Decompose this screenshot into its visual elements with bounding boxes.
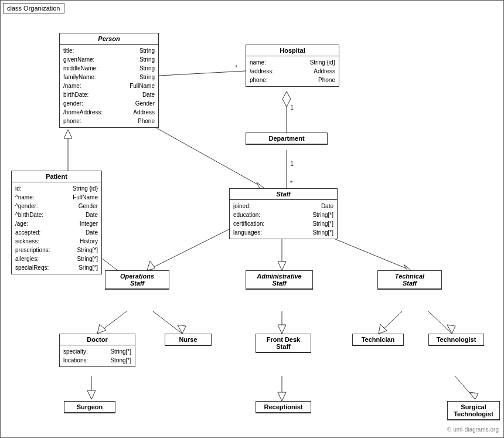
class-department: Department	[246, 133, 328, 145]
svg-marker-28	[278, 325, 286, 334]
svg-line-29	[379, 311, 402, 334]
class-technical-staff: TechnicalStaff	[377, 270, 442, 290]
svg-line-31	[428, 311, 452, 334]
class-surgical-technologist-header: SurgicalTechnologist	[448, 402, 499, 420]
svg-marker-24	[97, 324, 106, 334]
class-patient-header: Patient	[12, 171, 101, 182]
class-staff-header: Staff	[230, 189, 337, 200]
svg-marker-38	[469, 392, 478, 399]
class-front-desk-staff: Front DeskStaff	[256, 334, 311, 353]
diagram-container: class Organization * * 1 * 1 *	[0, 0, 504, 438]
class-patient: Patient id:String {id} ^name:FullName ^g…	[11, 171, 102, 274]
class-administrative-staff-header: AdministrativeStaff	[246, 271, 312, 289]
svg-marker-11	[64, 130, 72, 138]
class-technical-staff-header: TechnicalStaff	[378, 271, 441, 289]
class-receptionist: Receptionist	[256, 401, 311, 413]
svg-marker-26	[178, 325, 186, 334]
svg-line-14	[147, 229, 229, 270]
class-nurse-header: Nurse	[165, 334, 211, 345]
svg-text:1: 1	[290, 104, 294, 111]
class-staff-body: joined:Date education:String[*] certific…	[230, 200, 337, 239]
class-hospital-header: Hospital	[246, 45, 339, 56]
class-person: Person title:String givenName:String mid…	[59, 33, 159, 128]
class-technician: Technician	[352, 334, 404, 346]
class-technologist-header: Technologist	[429, 334, 483, 345]
diagram-title: class Organization	[3, 3, 64, 13]
class-hospital-body: name:String {id} /address:Address phone:…	[246, 56, 339, 86]
class-doctor-header: Doctor	[60, 334, 135, 345]
class-doctor-body: specialty:String[*] locations:String[*]	[60, 345, 135, 366]
class-operations-staff: OperationsStaff	[105, 270, 169, 290]
svg-text:*: *	[235, 64, 238, 71]
class-operations-staff-header: OperationsStaff	[105, 271, 169, 289]
svg-marker-4	[282, 91, 291, 107]
class-department-header: Department	[246, 133, 327, 144]
svg-marker-15	[147, 261, 155, 270]
class-receptionist-header: Receptionist	[256, 402, 311, 413]
class-person-header: Person	[60, 33, 158, 45]
class-technician-header: Technician	[353, 334, 403, 345]
svg-marker-17	[278, 262, 286, 270]
class-surgical-technologist: SurgicalTechnologist	[447, 401, 500, 420]
svg-marker-34	[87, 391, 96, 399]
class-patient-body: id:String {id} ^name:FullName ^gender:Ge…	[12, 182, 101, 274]
class-hospital: Hospital name:String {id} /address:Addre…	[246, 45, 339, 87]
class-surgeon: Surgeon	[64, 401, 115, 413]
class-surgeon-header: Surgeon	[64, 402, 115, 413]
class-nurse: Nurse	[165, 334, 212, 346]
svg-marker-36	[278, 392, 286, 401]
class-technologist: Technologist	[428, 334, 484, 346]
svg-line-23	[97, 311, 127, 334]
class-front-desk-staff-header: Front DeskStaff	[256, 334, 311, 352]
svg-marker-30	[379, 324, 387, 334]
svg-marker-32	[447, 325, 455, 334]
svg-text:*: *	[290, 179, 293, 186]
svg-line-12	[138, 118, 264, 188]
class-administrative-staff: AdministrativeStaff	[246, 270, 313, 290]
class-person-body: title:String givenName:String middleName…	[60, 45, 158, 127]
svg-line-25	[153, 311, 182, 334]
class-doctor: Doctor specialty:String[*] locations:Str…	[59, 334, 135, 367]
class-staff: Staff joined:Date education:String[*] ce…	[229, 188, 338, 239]
watermark: © uml-diagrams.org	[447, 426, 499, 433]
svg-line-37	[455, 376, 475, 399]
svg-text:1: 1	[290, 160, 294, 167]
